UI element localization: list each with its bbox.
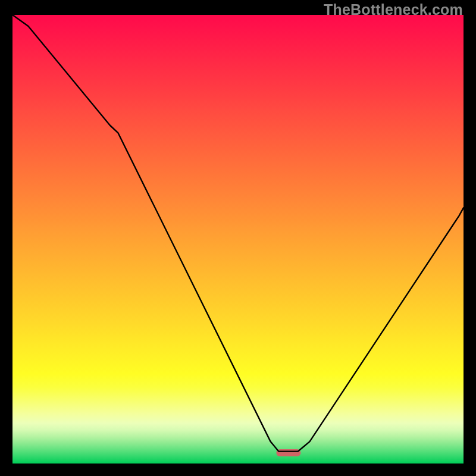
- chart-svg: [12, 15, 464, 464]
- chart-frame: TheBottleneck.com: [0, 0, 476, 476]
- chart-marker: [276, 449, 300, 456]
- chart-background: [12, 15, 464, 464]
- watermark-text: TheBottleneck.com: [324, 1, 463, 18]
- chart-plot-area: [12, 15, 464, 464]
